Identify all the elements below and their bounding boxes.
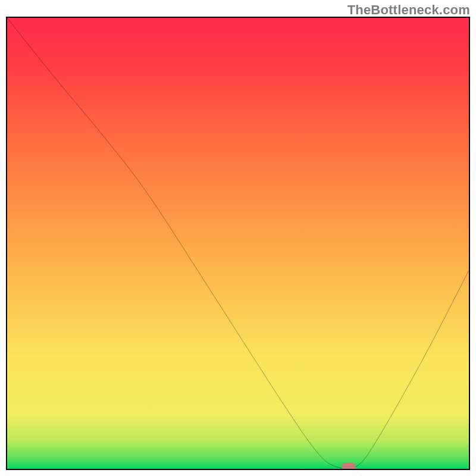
chart-container: TheBottleneck.com	[0, 0, 476, 476]
plot-inner	[7, 18, 469, 469]
watermark-text: TheBottleneck.com	[347, 2, 470, 18]
bottleneck-curve	[7, 18, 469, 469]
optimum-marker	[342, 463, 356, 470]
plot-frame	[6, 17, 470, 470]
curve-layer	[7, 18, 469, 469]
